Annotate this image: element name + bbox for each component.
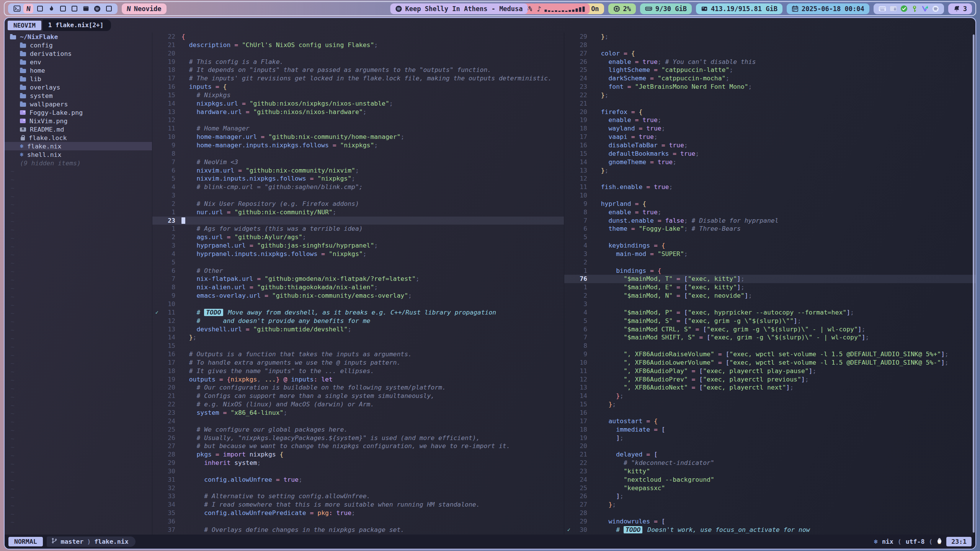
workspace-2[interactable]: N <box>23 4 33 13</box>
code-line[interactable]: 20 firefox = { <box>564 108 975 116</box>
code-line[interactable]: 21 description = "ChUrl's NixOS config u… <box>152 41 564 49</box>
code-line[interactable]: 9 ", XF86AudioRaiseVolume" = ["exec, wpc… <box>564 350 975 359</box>
code-line[interactable]: 4 keybindings = { <box>564 241 975 250</box>
code-line[interactable]: 20 # Our configuration is buildable on t… <box>152 383 564 392</box>
code-line[interactable]: 20 <box>564 442 975 450</box>
code-line[interactable]: 27 }; <box>564 500 975 509</box>
tree-item-flake-lock[interactable]: flake.lock <box>5 134 152 142</box>
code-line[interactable]: 10 home-manager.url = "github:nix-commun… <box>152 133 564 141</box>
code-line[interactable]: 14 gnomeTheme = true; <box>564 158 975 166</box>
code-line[interactable]: 11 fish.enable = true; <box>564 183 975 191</box>
code-line[interactable]: 7 "$mainMod SHIFT, S" = ["exec, grim -g … <box>564 333 975 342</box>
tree-item-env[interactable]: env <box>5 58 152 66</box>
code-line[interactable]: 15 defaultBookmarks = true; <box>564 150 975 158</box>
code-line[interactable]: 4 # blink-cmp.url = "github:saghen/blink… <box>152 183 564 191</box>
editor-pane-right[interactable]: 29 };2827 color = {26 enable = true; # Y… <box>564 33 975 535</box>
code-line[interactable]: 12 <box>152 116 564 124</box>
code-line[interactable]: 9 home-manager.inputs.nixpkgs.follows = … <box>152 141 564 150</box>
check-circle-icon[interactable] <box>900 5 908 12</box>
code-line[interactable]: 22 # "kdeconnect-indicator" <box>564 459 975 467</box>
spotify-light-icon[interactable] <box>932 5 939 12</box>
code-line[interactable]: 29 inherit system; <box>152 459 564 467</box>
code-line[interactable]: 16 # Outputs is a function that takes th… <box>152 350 564 359</box>
code-line[interactable]: 26 enable = true; # You can't disable th… <box>564 58 975 66</box>
memory-module[interactable]: 9/30 GiB <box>640 3 692 14</box>
code-line[interactable]: 19 enable = true; <box>564 116 975 124</box>
tree-item-overlays[interactable]: overlays <box>5 83 152 91</box>
code-line[interactable]: 32 <box>152 484 564 492</box>
code-line[interactable]: 12 # and doesn't provide any benefits fo… <box>152 317 564 325</box>
code-line[interactable]: 14 }; <box>152 333 564 342</box>
code-line[interactable]: 36 <box>152 517 564 526</box>
code-line[interactable]: 20 <box>152 49 564 58</box>
code-line[interactable]: 1 "$mainMod, E" = ["exec, kitty"]; <box>564 283 975 292</box>
code-line[interactable]: 21 <box>564 99 975 108</box>
tree-item-config[interactable]: config <box>5 41 152 49</box>
code-line[interactable]: 8 <box>152 150 564 158</box>
tree-item-home[interactable]: home <box>5 66 152 75</box>
scrollbar[interactable] <box>973 34 975 533</box>
tree-item-foggy-lake-png[interactable]: Foggy-Lake.png <box>5 108 152 117</box>
code-line[interactable]: 5 nixvim.inputs.nixpkgs.follows = "nixpk… <box>152 174 564 183</box>
code-line[interactable]: 3 hyprpanel.url = "github:jas-singhfsu/h… <box>152 241 564 250</box>
code-line[interactable]: 8 enable = true; <box>564 208 975 217</box>
code-line[interactable]: 19 outputs = {nixpkgs, ...} @ inputs: le… <box>152 375 564 384</box>
system-tray[interactable] <box>874 3 944 14</box>
buffer-tab[interactable]: 1 flake.nix[2+] <box>42 20 111 31</box>
code-line[interactable]: 4 "$mainMod, P" = ["exec, hyprpicker --a… <box>564 308 975 317</box>
key-icon[interactable] <box>911 5 918 12</box>
code-line[interactable]: 9 emacs-overlay.url = "github:nix-commun… <box>152 292 564 300</box>
code-line[interactable]: 23 "kitty" <box>564 467 975 476</box>
code-line[interactable]: 22 }; <box>564 91 975 99</box>
code-line[interactable]: 18 # It gives the name "inputs" to the .… <box>152 367 564 375</box>
tree-item-shell-nix[interactable]: ❄shell.nix <box>5 150 152 159</box>
media-module[interactable]: Keep Shelly In Athens - Medusa <box>390 3 528 14</box>
code-line[interactable]: 23 <box>152 217 564 225</box>
code-line[interactable]: 30 <box>152 467 564 476</box>
code-line[interactable]: 24 "nextcloud --background" <box>564 476 975 484</box>
code-line[interactable]: 15 <box>152 342 564 350</box>
code-line[interactable]: 16 <box>564 409 975 417</box>
screenshot-icon[interactable] <box>890 6 897 11</box>
code-line[interactable]: 15 }; <box>564 400 975 409</box>
code-line[interactable]: 13 ", XF86AudioNext" = ["exec, playerctl… <box>564 383 975 392</box>
workspace-8[interactable] <box>92 4 102 13</box>
code-line[interactable]: 6 "$mainMod CTRL, S" = ["exec, grim -g \… <box>564 325 975 334</box>
code-line[interactable]: 21 # Configs can support more than a sin… <box>152 392 564 400</box>
code-line[interactable]: 19 ]; <box>564 434 975 442</box>
code-line[interactable]: 7 nix-flatpak.url = "github:gmodena/nix-… <box>152 275 564 283</box>
code-line[interactable]: ✓11 # TODO Move away from devshell, as i… <box>152 308 564 317</box>
code-line[interactable]: 3 <box>152 191 564 200</box>
code-line[interactable]: 10 <box>564 191 975 200</box>
notifications-module[interactable]: 3 <box>948 3 972 14</box>
keyboard-icon[interactable] <box>879 6 886 11</box>
code-line[interactable]: 25 lightScheme = "catppuccin-latte"; <box>564 66 975 74</box>
code-line[interactable]: 27 color = { <box>564 49 975 58</box>
workspace-5[interactable] <box>58 4 68 13</box>
code-line[interactable]: 1 # Ags for widgets (this was a terrible… <box>152 225 564 233</box>
v-app-icon[interactable] <box>921 5 929 12</box>
code-line[interactable]: 24 <box>152 417 564 425</box>
code-line[interactable]: 9 hyprland = { <box>564 200 975 208</box>
code-line[interactable]: 27 # but because we want to change the n… <box>152 442 564 450</box>
code-line[interactable]: 25 # We configure our global packages he… <box>152 425 564 434</box>
code-line[interactable]: 18 wayland = true; <box>564 124 975 133</box>
code-line[interactable]: 18 immediate = [ <box>564 425 975 434</box>
code-line[interactable]: 5 <box>152 258 564 267</box>
code-line[interactable]: 35 config.allowUnfreePredicate = pkg: tr… <box>152 509 564 517</box>
workspace-6[interactable] <box>69 4 79 13</box>
tree-item-wallpapers[interactable]: wallpapers <box>5 100 152 108</box>
code-line[interactable]: 13 hardware.url = "github:nixos/nixos-ha… <box>152 108 564 116</box>
code-line[interactable]: 23 system = "x86_64-linux"; <box>152 409 564 417</box>
workspace-4[interactable] <box>46 4 56 13</box>
code-line[interactable]: 10 <box>152 300 564 308</box>
code-line[interactable]: 2 # Nix User Repository (e.g. Firefox ad… <box>152 200 564 208</box>
tree-item-nixflake[interactable]: ~/NixFlake <box>5 33 152 41</box>
code-line[interactable]: 4 hyprpanel.inputs.nixpkgs.follows = "ni… <box>152 250 564 258</box>
code-line[interactable]: 25 "keepassxc" <box>564 484 975 492</box>
code-line[interactable]: 14 }; <box>564 392 975 400</box>
code-line[interactable]: 5 "$mainMod, S" = ["exec, grim -g \"$(sl… <box>564 317 975 325</box>
code-line[interactable]: 12 ", XF86AudioPrev" = ["exec, playerctl… <box>564 375 975 384</box>
code-line[interactable]: 6 theme = "Foggy-Lake"; # Three-Bears <box>564 225 975 233</box>
code-line[interactable]: 19 # This config is a Flake. <box>152 58 564 66</box>
